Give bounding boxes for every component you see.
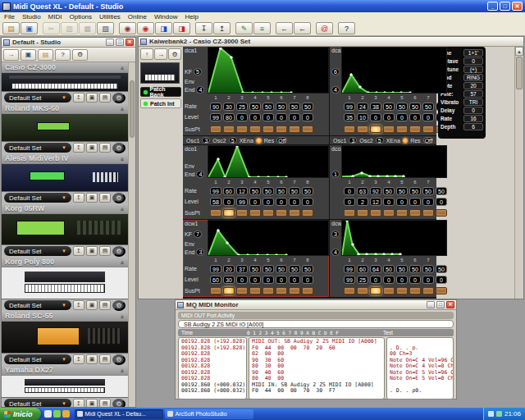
rate-value[interactable]: 50 xyxy=(396,187,408,195)
suspt-button[interactable] xyxy=(409,209,421,217)
get-patch-button[interactable]: ◉ xyxy=(119,22,136,34)
envelope-display[interactable] xyxy=(208,47,329,94)
level-value[interactable]: 0 xyxy=(370,276,381,284)
monitor-minimize-button[interactable]: _ xyxy=(427,301,435,308)
envelope-point[interactable] xyxy=(375,91,378,94)
level-value[interactable]: 0 xyxy=(236,113,248,121)
studio-new-button[interactable]: ▣ xyxy=(21,49,36,61)
level-value[interactable]: 2 xyxy=(357,198,368,206)
device-new-button[interactable]: ▣ xyxy=(86,246,98,256)
rate-value[interactable]: 50 xyxy=(422,187,434,195)
device-library-button[interactable]: ▤ xyxy=(99,193,111,203)
suspt-button[interactable] xyxy=(236,126,248,133)
default-set-dropdown[interactable]: Default Set▼ xyxy=(4,193,71,203)
bank-set-button[interactable]: → xyxy=(154,48,167,60)
param-value[interactable]: RING xyxy=(463,74,483,81)
kf-value[interactable]: 5 xyxy=(194,68,202,75)
level-value[interactable]: 60 xyxy=(210,276,221,284)
suspt-button[interactable] xyxy=(422,126,434,133)
suspt-button[interactable] xyxy=(236,209,248,217)
device-image[interactable] xyxy=(2,113,128,142)
bank-put-button[interactable]: ↑ xyxy=(140,48,153,60)
level-value[interactable]: 0 xyxy=(276,113,287,121)
level-value[interactable]: 0 xyxy=(249,113,261,121)
suspt-button[interactable] xyxy=(289,126,300,133)
rate-value[interactable]: 12 xyxy=(236,187,248,195)
kf-value[interactable]: 3 xyxy=(331,231,340,238)
envelope-point[interactable] xyxy=(394,175,397,178)
device-settings-button[interactable]: ⚙ xyxy=(112,300,126,311)
suspt-button[interactable] xyxy=(383,126,395,133)
device-library-button[interactable]: ▤ xyxy=(99,300,111,310)
device-audition-button[interactable]: ↥ xyxy=(73,300,84,310)
env-end-value[interactable]: 1 xyxy=(331,171,340,178)
device-header[interactable]: Korg 05RW▲ xyxy=(2,203,128,213)
suspt-button[interactable] xyxy=(276,209,287,217)
rate-value[interactable]: 50 xyxy=(302,187,313,195)
envelope-point[interactable] xyxy=(290,91,293,94)
rate-value[interactable]: 0 xyxy=(344,187,355,195)
device-settings-button[interactable]: ⚙ xyxy=(112,246,126,257)
studio-scrollbar[interactable] xyxy=(128,62,135,407)
suspt-button[interactable] xyxy=(344,126,355,133)
device-header[interactable]: Yamaha DX27▲ xyxy=(2,365,128,375)
envelope-point[interactable] xyxy=(351,175,354,178)
level-value[interactable]: 30 xyxy=(223,276,235,284)
collapse-icon[interactable]: ▲ xyxy=(120,368,125,372)
level-value[interactable]: 0 xyxy=(289,276,300,284)
xena-led[interactable] xyxy=(403,138,408,144)
level-value[interactable]: 80 xyxy=(223,113,235,121)
monitor-maximize-button[interactable]: □ xyxy=(436,301,445,308)
rate-value[interactable]: 50 xyxy=(289,187,300,195)
default-set-dropdown[interactable]: Default Set▼ xyxy=(4,246,71,256)
scroll-up-icon[interactable]: ▲ xyxy=(515,47,523,56)
level-value[interactable]: 25 xyxy=(357,276,368,284)
midi-tray-icon[interactable] xyxy=(496,411,502,417)
device-audition-button[interactable]: ↥ xyxy=(73,354,84,364)
studio-open-button[interactable]: ▤ xyxy=(38,49,53,61)
rate-value[interactable]: 37 xyxy=(236,265,248,273)
rate-value[interactable]: 92 xyxy=(370,187,381,195)
param-value[interactable]: (+) xyxy=(463,66,483,73)
level-value[interactable]: 0 xyxy=(249,198,261,206)
patch-int-button[interactable]: Patch Int xyxy=(140,98,181,108)
rate-value[interactable]: 50 xyxy=(262,187,274,195)
rate-value[interactable]: 30 xyxy=(223,103,235,111)
rate-value[interactable]: 50 xyxy=(276,265,287,273)
level-value[interactable]: 0 xyxy=(370,113,381,121)
suspt-button[interactable] xyxy=(276,287,287,294)
osc2-value[interactable]: 5 xyxy=(376,137,384,144)
audition-down-button[interactable]: ↧ xyxy=(195,22,212,34)
kf-value[interactable]: 6 xyxy=(331,68,340,75)
level-value[interactable]: 0 xyxy=(289,198,300,206)
suspt-button[interactable] xyxy=(302,209,313,217)
suspt-button[interactable] xyxy=(370,287,381,294)
res-value[interactable]: Off xyxy=(276,137,287,144)
level-value[interactable]: 0 xyxy=(262,113,274,121)
device-new-button[interactable]: ▣ xyxy=(86,399,98,407)
rate-value[interactable]: 50 xyxy=(436,265,447,273)
device-image[interactable] xyxy=(2,163,128,192)
rate-value[interactable]: 60 xyxy=(223,187,235,195)
suspt-button[interactable] xyxy=(370,209,381,217)
rate-value[interactable]: 50 xyxy=(302,265,313,273)
envelope-point[interactable] xyxy=(385,175,388,178)
envelope-point[interactable] xyxy=(382,253,386,256)
rate-value[interactable]: 99 xyxy=(210,265,221,273)
device-library-button[interactable]: ▤ xyxy=(99,354,111,364)
quick-launch-icon-3[interactable] xyxy=(62,410,70,418)
suspt-button[interactable] xyxy=(249,126,261,133)
save-button[interactable]: ▣ xyxy=(21,22,38,34)
device-new-button[interactable]: ▣ xyxy=(86,193,98,203)
monitor-time-column[interactable]: 00192.828 (+192.828)00192.828 (+192.828)… xyxy=(178,337,247,399)
print-button[interactable]: ▧ xyxy=(97,22,114,34)
device-new-button[interactable]: ▣ xyxy=(86,143,98,153)
param-value[interactable]: TRI xyxy=(463,98,483,106)
monitor-close-button[interactable]: ✕ xyxy=(446,301,454,308)
level-value[interactable]: 0 xyxy=(276,276,287,284)
rate-value[interactable]: 50 xyxy=(249,265,261,273)
level-value[interactable]: 0 xyxy=(302,198,313,206)
rate-value[interactable]: 38 xyxy=(370,103,381,111)
envelope-point[interactable] xyxy=(248,176,251,178)
env-end-value[interactable]: 4 xyxy=(331,249,340,256)
